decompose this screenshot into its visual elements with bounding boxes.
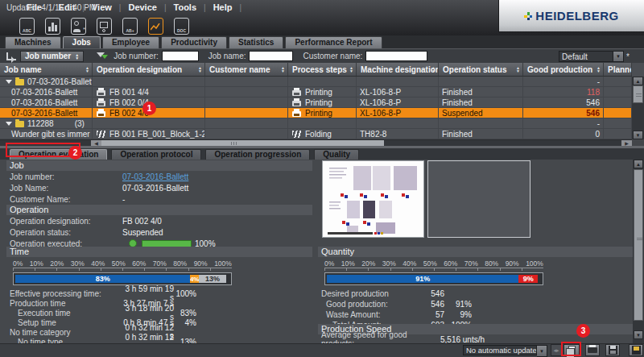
prev-next-icon: ◂▸	[553, 347, 559, 354]
job-section-title: Job	[6, 160, 312, 171]
customer-name-filter-input[interactable]	[365, 51, 427, 61]
quantity-scale-ticks	[324, 268, 543, 271]
logo-text: HEIDELBERG	[535, 9, 618, 23]
quantity-section-title: Quantity	[318, 247, 634, 257]
printer-icon	[292, 101, 301, 106]
job-number-link[interactable]: 07-03-2016-Ballett	[122, 172, 188, 181]
preset-modified-marker: *	[626, 52, 630, 61]
operation-status-value: Suspended	[122, 228, 163, 237]
compare-report-icon[interactable]: AB+	[122, 18, 138, 35]
group-by-icon[interactable]	[6, 52, 16, 60]
collapse-icon[interactable]	[6, 122, 12, 126]
time-distribution-bar: 83% 4% 13%	[13, 272, 232, 285]
time-section-title: Time	[6, 247, 312, 257]
scroll-up-icon[interactable]: ▲	[634, 160, 643, 168]
annotation-rect-3	[561, 342, 581, 356]
menu-item-tools[interactable]: Tools	[167, 2, 204, 12]
table-vertical-scrollbar[interactable]: ▲ ▼	[632, 77, 644, 139]
column-header-machine-designation[interactable]: Machine designation▲▼	[357, 63, 439, 76]
column-header-job-name[interactable]: Job name▲▼	[0, 63, 93, 76]
table-row[interactable]: 07-03-2016-Ballett FB 002 0/4 Printing X…	[0, 98, 632, 108]
operation-designation-label: Operation designation:	[10, 217, 122, 226]
customer-name-filter-label: Customer name:	[303, 52, 362, 60]
quantity-distribution-bar: 91% 9%	[324, 272, 543, 285]
heidelberg-logo: HEIDELBERG	[498, 0, 644, 32]
table-row-group[interactable]: 07-03-2016-Ballett(3) -	[0, 77, 632, 87]
bar-chart-icon[interactable]	[45, 18, 60, 35]
scroll-down-icon[interactable]: ▼	[634, 330, 643, 339]
main-tab-bar: Machines Jobs Employee Productivity Stat…	[0, 35, 644, 48]
table-row[interactable]: 07-03-2016-Ballett FB 001 4/4 Printing X…	[0, 87, 632, 98]
tab-operation-protocol[interactable]: Operation protocol	[111, 149, 201, 160]
tab-operation-progression[interactable]: Operation progression	[205, 149, 310, 160]
collapse-icon[interactable]	[6, 80, 12, 84]
table-row[interactable]: Wunder gibt es immer w... FB 001 FB_001_…	[0, 129, 632, 139]
job-number-filter-label: Job number:	[114, 52, 159, 60]
detail-scroll-thumb[interactable]	[634, 169, 643, 321]
menu-item-device[interactable]: Device	[121, 2, 163, 12]
scroll-corner	[632, 63, 644, 77]
quantity-row-percent: 91%	[444, 300, 472, 309]
tab-performance-report[interactable]: Performance Report	[285, 36, 382, 48]
apply-filter-icon[interactable]	[97, 52, 107, 61]
auto-update-select[interactable]: No automatic update ▼	[463, 345, 547, 357]
text-report-icon[interactable]: ABC	[19, 18, 35, 35]
scroll-up-icon[interactable]: ▲	[633, 77, 643, 85]
tab-productivity[interactable]: Productivity	[161, 36, 227, 48]
tab-employee[interactable]: Employee	[102, 36, 159, 48]
application-window: File| Edit| View| Device| Tools| Help| A…	[0, 0, 644, 357]
column-header-good-production[interactable]: Good production▲▼	[523, 63, 604, 76]
operation-evaluation-panel: Job Job number:07-03-2016-Ballett Job Na…	[0, 160, 644, 343]
sort-arrows-icon: ▲▼	[75, 53, 79, 60]
annotation-circle-1: 1	[142, 102, 156, 115]
chart-report-icon[interactable]	[148, 18, 163, 35]
column-header-planned[interactable]: Planned	[604, 63, 632, 76]
menu-item-help[interactable]: Help	[206, 2, 240, 12]
sheet-preview-thumbnail[interactable]	[322, 160, 424, 238]
time-row-label: Setup time	[10, 318, 122, 327]
folder-icon	[15, 121, 24, 127]
print-button[interactable]	[585, 344, 600, 356]
time-row-percent: 4%	[174, 318, 196, 327]
tab-quality[interactable]: Quality	[314, 149, 359, 160]
auto-update-dropdown-arrow-icon[interactable]: ▼	[537, 345, 547, 357]
export-button[interactable]	[629, 344, 643, 356]
printer-icon	[292, 90, 301, 96]
job-number-filter-input[interactable]	[162, 51, 199, 61]
folding-icon	[292, 131, 301, 138]
printer-icon	[292, 111, 301, 117]
preset-dropdown-arrow-icon[interactable]: ▼	[613, 51, 624, 62]
back-side-preview-thumbnail[interactable]	[427, 160, 530, 238]
view-preset-select[interactable]: Default	[559, 51, 613, 62]
job-name-filter-input[interactable]	[249, 51, 293, 61]
quantity-row-label: Desired production	[321, 289, 414, 298]
quantity-row-label: Good production:	[321, 300, 414, 309]
table-scroll-thumb[interactable]	[633, 85, 643, 103]
save-button[interactable]	[605, 344, 620, 356]
table-row-group[interactable]: 112288(3) -	[0, 118, 632, 129]
tab-machines[interactable]: Machines	[5, 36, 61, 48]
prev-next-button[interactable]: ◂▸	[551, 344, 562, 356]
annotation-circle-3: 3	[576, 324, 590, 338]
machine-icon[interactable]	[97, 18, 112, 35]
status-bar	[0, 343, 644, 357]
doc-report-icon[interactable]: DOC	[174, 18, 189, 35]
folder-icon	[15, 79, 24, 85]
sort-field-selector[interactable]: Job number ▲▼	[20, 51, 84, 62]
job-section: Job Job number:07-03-2016-Ballett Job Na…	[6, 160, 312, 205]
column-header-operation-status[interactable]: Operation status▲▼	[439, 63, 523, 76]
table-header: Job name▲▼ Operation designation▲▼ Custo…	[0, 63, 644, 77]
time-row-percent: 83%	[174, 309, 196, 318]
table-row-selected[interactable]: 07-03-2016-Ballett FB 002 4/0 Printing X…	[0, 108, 632, 118]
column-header-operation-designation[interactable]: Operation designation▲▼	[93, 63, 205, 76]
column-header-customer-name[interactable]: Customer name▲▼	[205, 63, 288, 76]
tab-statistics[interactable]: Statistics	[229, 36, 283, 48]
detail-vertical-scrollbar[interactable]: ▲ ▼	[633, 160, 644, 343]
printer-icon	[97, 90, 105, 96]
column-header-process-steps[interactable]: Process steps▲▼	[288, 63, 357, 76]
user-settings-icon[interactable]: *	[71, 18, 86, 35]
horizontal-scrollbar[interactable]: ◀ ▶	[0, 139, 632, 146]
quantity-row-percent: 9%	[444, 310, 472, 319]
scroll-down-icon[interactable]: ▼	[633, 131, 643, 139]
tab-jobs[interactable]: Jobs	[63, 36, 101, 48]
